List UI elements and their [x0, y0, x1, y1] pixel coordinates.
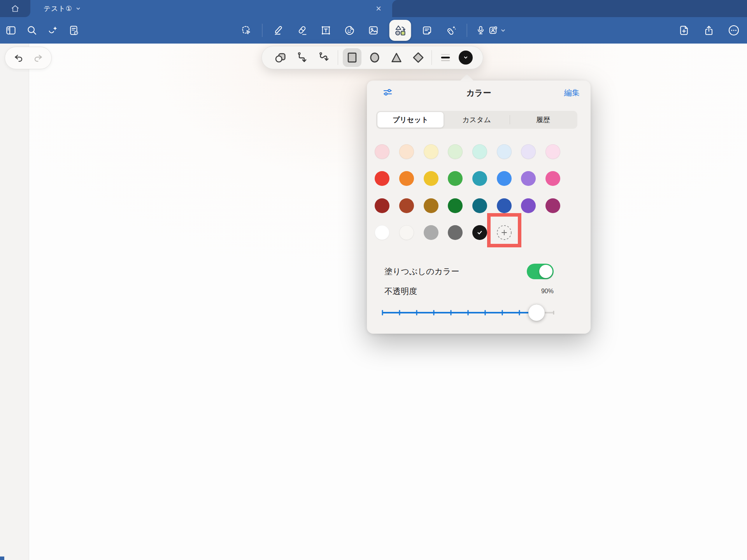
ai-assistant-button[interactable]	[45, 22, 61, 39]
color-swatch[interactable]	[472, 144, 487, 159]
tab-custom[interactable]: カスタム	[444, 112, 510, 128]
color-swatch[interactable]	[448, 198, 463, 213]
color-swatch[interactable]	[545, 198, 560, 213]
edit-button[interactable]: 編集	[564, 88, 580, 98]
redo-button[interactable]	[33, 52, 44, 63]
color-swatch[interactable]	[375, 171, 389, 186]
eraser-icon	[296, 24, 308, 36]
color-swatch[interactable]	[521, 198, 536, 213]
undo-button[interactable]	[13, 52, 24, 63]
more-button[interactable]	[726, 22, 742, 39]
record-person-icon	[488, 25, 499, 36]
color-swatch[interactable]	[424, 198, 438, 213]
stroke-thickness-button[interactable]	[437, 49, 454, 66]
color-swatch[interactable]	[472, 198, 487, 213]
sticker-tool-button[interactable]	[342, 22, 358, 39]
chevron-down-icon	[500, 28, 506, 33]
color-swatch[interactable]	[497, 171, 512, 186]
undo-redo-bar	[5, 47, 52, 69]
image-tool-button[interactable]	[366, 22, 381, 39]
color-popup: カラー 編集 プリセット カスタム 履歴 塗りつぶしのカラー 不透明度 90%	[367, 80, 591, 334]
diamond-shape-button[interactable]	[410, 49, 427, 66]
color-swatch[interactable]	[472, 225, 487, 240]
slider-fill	[382, 312, 537, 313]
slider-tick	[451, 310, 452, 315]
tab-history[interactable]: 履歴	[510, 112, 576, 128]
fill-color-row: 塗りつぶしのカラー	[384, 262, 573, 280]
square-icon	[345, 51, 359, 64]
eraser-tool-button[interactable]	[295, 22, 310, 39]
color-swatch[interactable]	[424, 171, 438, 186]
popup-header: カラー 編集	[367, 86, 591, 98]
color-swatch[interactable]	[448, 144, 463, 159]
popup-title: カラー	[367, 88, 591, 98]
ai-sparkle-icon	[47, 24, 59, 36]
color-swatch[interactable]	[375, 225, 389, 240]
color-swatch[interactable]	[399, 171, 414, 186]
color-swatch-button[interactable]	[459, 51, 473, 65]
circle-shape-button[interactable]	[366, 49, 383, 66]
toolbar-divider	[467, 24, 467, 37]
color-swatch[interactable]	[497, 144, 512, 159]
color-swatch[interactable]	[448, 225, 463, 240]
laser-pointer-button[interactable]	[443, 22, 459, 39]
opacity-slider[interactable]	[382, 307, 554, 318]
sidebar-button[interactable]	[3, 22, 19, 39]
sidebar-icon	[5, 24, 17, 36]
text-tool-button[interactable]	[318, 22, 334, 39]
recording-button[interactable]	[475, 25, 506, 36]
lasso-tool-button[interactable]	[238, 22, 254, 39]
slider-tick	[433, 310, 435, 315]
color-swatch[interactable]	[375, 198, 389, 213]
square-shape-button[interactable]	[343, 48, 361, 67]
overlap-shapes-button[interactable]	[272, 49, 289, 66]
slider-tick	[382, 310, 383, 315]
pen-tool-button[interactable]	[271, 22, 286, 39]
add-page-button[interactable]	[676, 22, 692, 39]
page-corner-indicator	[0, 556, 4, 560]
add-color-button[interactable]	[496, 224, 513, 241]
color-swatch[interactable]	[472, 171, 487, 186]
home-button[interactable]	[0, 0, 30, 17]
page-overview-button[interactable]	[66, 22, 82, 39]
note-card-button[interactable]	[419, 22, 435, 39]
slider-tick	[485, 310, 486, 315]
lasso-icon	[240, 24, 252, 36]
color-swatch[interactable]	[497, 198, 512, 213]
color-swatch[interactable]	[448, 171, 463, 186]
triangle-shape-button[interactable]	[388, 49, 405, 66]
home-icon	[11, 4, 20, 13]
tab-preset[interactable]: プリセット	[377, 112, 444, 128]
canvas-side-margin	[0, 44, 29, 560]
more-icon	[728, 24, 740, 37]
shapes-tool-button[interactable]	[389, 20, 411, 41]
color-swatch[interactable]	[399, 225, 414, 240]
elbow-arrow-button[interactable]	[294, 49, 311, 66]
pen-icon	[273, 24, 284, 36]
color-swatch[interactable]	[399, 144, 414, 159]
curve-arrow-icon	[317, 51, 331, 64]
slider-tick	[519, 310, 520, 315]
document-tab[interactable]: テスト① ×	[30, 0, 392, 17]
color-swatch[interactable]	[545, 144, 560, 159]
slider-tick	[399, 310, 400, 315]
color-swatch[interactable]	[521, 144, 536, 159]
color-swatch[interactable]	[424, 225, 438, 240]
shape-options-toolbar	[261, 46, 483, 69]
curve-arrow-button[interactable]	[316, 49, 333, 66]
note-card-icon	[421, 24, 433, 36]
image-icon	[368, 24, 379, 36]
color-swatch[interactable]	[375, 144, 389, 159]
search-button[interactable]	[24, 22, 40, 39]
share-button[interactable]	[701, 22, 717, 39]
color-swatch[interactable]	[424, 144, 438, 159]
color-swatch[interactable]	[545, 171, 560, 186]
tab-close-button[interactable]: ×	[376, 0, 381, 17]
color-swatch[interactable]	[521, 171, 536, 186]
slider-tick	[502, 310, 503, 315]
slider-thumb[interactable]	[528, 304, 545, 321]
plus-icon	[496, 224, 513, 241]
fill-color-toggle[interactable]	[527, 264, 554, 279]
shape-toolbar-divider	[338, 50, 338, 65]
color-swatch[interactable]	[399, 198, 414, 213]
